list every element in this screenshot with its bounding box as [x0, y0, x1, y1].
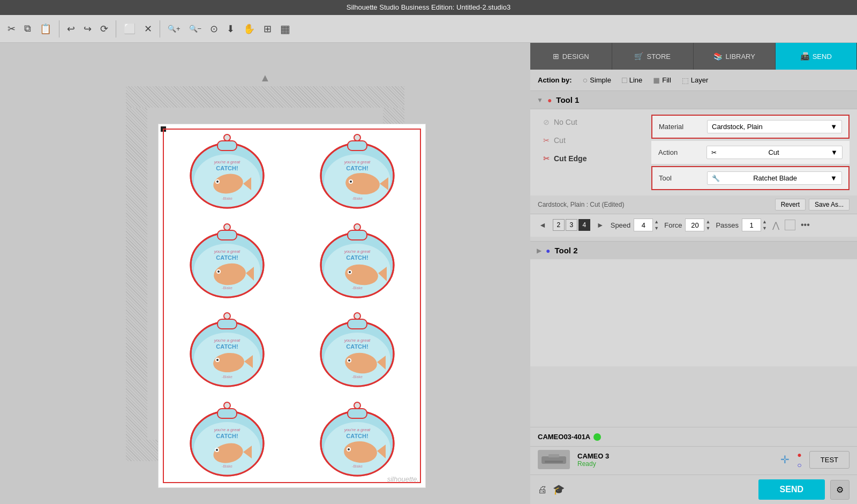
action-cut-edge[interactable]: ✂ Cut Edge	[538, 151, 645, 166]
fishbowl-svg-5: you're a great CATCH! -Blake	[184, 309, 270, 392]
svg-point-80	[216, 449, 218, 451]
tab-library[interactable]: 📚 LIBRARY	[694, 43, 776, 70]
svg-point-92	[348, 448, 350, 450]
action-no-cut[interactable]: ⊘ No Cut	[538, 115, 645, 130]
blade-num-4[interactable]: 4	[578, 219, 590, 231]
tool2-header[interactable]: ▶ ● Tool 2	[530, 241, 857, 259]
force-down-arrow[interactable]: ▼	[705, 225, 710, 231]
tool1-header[interactable]: ▼ ● Tool 1	[530, 91, 857, 109]
svg-text:-Blake: -Blake	[222, 197, 232, 200]
grid-toolbar-btn[interactable]: ▦	[277, 20, 294, 37]
test-button[interactable]: TEST	[809, 451, 850, 469]
material-dropdown-arrow: ▼	[830, 123, 837, 131]
move-down-toolbar-btn[interactable]: ⬇	[223, 21, 238, 37]
tab-store[interactable]: 🛒 STORE	[612, 43, 694, 70]
canvas-area[interactable]: ▲	[0, 43, 530, 504]
send-footer-icon1[interactable]: 🖨	[538, 484, 547, 495]
revert-button[interactable]: Revert	[775, 199, 806, 210]
direction-arrows[interactable]: ✛	[780, 453, 790, 466]
zoom-fit-toolbar-btn[interactable]: ⊙	[207, 21, 221, 37]
svg-text:-Blake: -Blake	[222, 286, 232, 290]
send-footer-icon2[interactable]: 🎓	[553, 484, 565, 495]
deselect-toolbar-btn[interactable]: ✕	[141, 21, 155, 37]
tool-label: Tool	[659, 174, 702, 182]
no-cut-icon: ⊘	[543, 118, 550, 126]
tool2-title: Tool 2	[554, 246, 577, 255]
radio-line[interactable]: □ Line	[622, 76, 642, 85]
more-options-icon[interactable]: •••	[801, 220, 810, 230]
undo-toolbar-btn[interactable]: ↩	[64, 21, 78, 37]
speed-down-arrow[interactable]: ▼	[654, 225, 659, 231]
send-button[interactable]: SEND	[758, 479, 825, 500]
zoom-in-toolbar-btn[interactable]: 🔍+	[164, 22, 184, 35]
svg-text:you're a great: you're a great	[213, 160, 240, 164]
material-dropdown[interactable]: Cardstock, Plain ▼	[707, 120, 842, 133]
svg-point-68	[348, 359, 350, 362]
pan-toolbar-btn[interactable]: ✋	[240, 21, 258, 37]
device-name: CAMEO03-401A	[538, 433, 590, 441]
blade-arrow-right[interactable]: ►	[596, 221, 605, 229]
svg-text:CATCH!: CATCH!	[346, 343, 368, 350]
svg-rect-39	[348, 230, 367, 240]
speed-up-arrow[interactable]: ▲	[654, 219, 659, 225]
force-up-arrow[interactable]: ▲	[705, 219, 710, 225]
tool-dropdown[interactable]: 🔧 Ratchet Blade ▼	[707, 171, 842, 185]
svg-rect-3	[217, 141, 237, 151]
gear-settings-button[interactable]: ⚙	[830, 480, 850, 500]
svg-point-88	[354, 402, 360, 409]
square-icon[interactable]	[785, 220, 795, 230]
svg-text:CATCH!: CATCH!	[346, 254, 368, 261]
repeat-toolbar-btn[interactable]: ⟳	[97, 21, 111, 37]
speed-value-box: 4 ▲ ▼	[634, 219, 659, 231]
action-cut[interactable]: ✂ Cut	[538, 133, 645, 148]
redo-toolbar-btn[interactable]: ↪	[80, 21, 95, 37]
cut-action-icon: ✂	[543, 136, 550, 145]
cut-edge-icon: ✂	[543, 154, 550, 163]
blade-arrow-left[interactable]: ◄	[538, 221, 547, 229]
tab-design[interactable]: ⊞ DESIGN	[530, 43, 612, 70]
action-dropdown-arrow: ▼	[831, 148, 838, 156]
material-row: Material Cardstock, Plain ▼	[651, 115, 850, 139]
passes-down-arrow[interactable]: ▼	[762, 225, 767, 231]
radio-layer[interactable]: ⬚ Layer	[682, 76, 709, 85]
fishbowl-svg-8: you're a great CATCH! -Blake	[314, 398, 400, 481]
radio-fill[interactable]: ◼ Fill	[653, 75, 671, 85]
svg-point-52	[224, 313, 230, 319]
blade-num-3[interactable]: 3	[566, 219, 577, 231]
svg-rect-63	[348, 319, 367, 329]
speed-value[interactable]: 4	[634, 219, 653, 231]
force-value[interactable]: 20	[685, 219, 704, 231]
radio-simple[interactable]: ○ Simple	[583, 76, 611, 85]
force-label: Force	[664, 221, 682, 229]
tab-send[interactable]: 📠 SEND	[776, 43, 858, 70]
action-dropdown[interactable]: ✂ Cut ▼	[706, 146, 843, 159]
device-info-row: CAMEO 3 Ready ✛ ● ○ TEST	[530, 446, 857, 475]
material-label: Material	[659, 123, 702, 131]
ratchet-blade-icon: 🔧	[712, 175, 720, 182]
save-as-button[interactable]: Save As...	[809, 199, 850, 210]
svg-point-56	[216, 359, 219, 361]
svg-text:-Blake: -Blake	[352, 375, 363, 379]
cut-buttons: Revert Save As...	[775, 199, 850, 210]
fishbowl-svg-4: you're a great CATCH! -Blake	[314, 220, 400, 303]
paste-toolbar-btn[interactable]: 📋	[36, 21, 55, 37]
toolbar-sep-1	[59, 20, 59, 37]
passes-label: Passes	[716, 221, 739, 229]
fishbowl-cell-3: you're a great CATCH! -Blake	[164, 219, 290, 304]
line-graph-icon[interactable]: ⋀	[772, 220, 779, 230]
zoom-out-toolbar-btn[interactable]: 🔍−	[186, 22, 205, 35]
copy-toolbar-btn[interactable]: ⧉	[21, 21, 34, 36]
canvas-scroll-up-arrow[interactable]: ▲	[260, 72, 270, 84]
blade-num-2[interactable]: 2	[553, 219, 565, 231]
svg-rect-98	[545, 461, 563, 463]
passes-value[interactable]: 1	[742, 219, 761, 231]
fishbowl-cell-6: you're a great CATCH! -Blake	[294, 308, 420, 393]
force-item: Force 20 ▲ ▼	[664, 219, 710, 231]
cut-toolbar-btn[interactable]: ✂	[4, 21, 19, 37]
tool1-actions: ⊘ No Cut ✂ Cut ✂ Cut Edge	[538, 115, 645, 184]
select-toolbar-btn[interactable]: ⬜	[121, 21, 139, 37]
preset-label: Cardstock, Plain : Cut (Edited)	[538, 201, 624, 208]
expand-toolbar-btn[interactable]: ⊞	[260, 21, 275, 37]
passes-up-arrow[interactable]: ▲	[762, 219, 767, 225]
action-cut-icon-small: ✂	[711, 149, 717, 156]
